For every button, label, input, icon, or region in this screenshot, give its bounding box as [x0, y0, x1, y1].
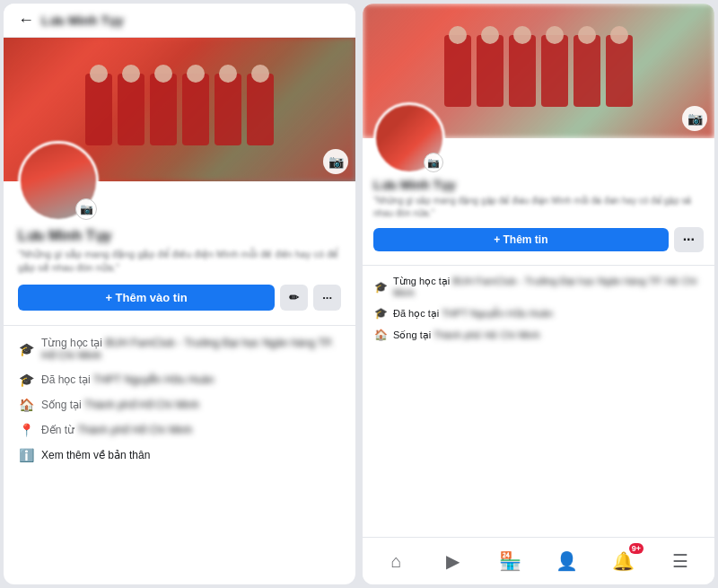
- school-icon-r2: 🎓: [373, 307, 388, 320]
- figure-4: [182, 74, 209, 145]
- info-item-from: 📍 Đến từ Thành phố Hồ Chí Minh: [18, 417, 341, 443]
- cover-camera-button-left[interactable]: 📷: [323, 149, 348, 174]
- nav-home[interactable]: ⌂: [381, 545, 413, 577]
- nav-bell[interactable]: 🔔 9+: [608, 545, 640, 577]
- profile-name-left: Lưu Minh Tụy: [18, 227, 341, 244]
- info-icon: ℹ️: [18, 448, 34, 462]
- home-icon: 🏠: [18, 398, 34, 412]
- nav-menu[interactable]: ☰: [664, 545, 696, 577]
- info-item-r-school1: 🎓 Từng học tại BUH FamClub - Trường Đại …: [373, 271, 704, 303]
- info-text-r-lives: Sống tại Thành phố Hồ Chí Minh: [393, 329, 540, 341]
- profile-nav-icon: 👤: [556, 550, 578, 572]
- figure-3: [150, 74, 177, 145]
- action-buttons-left: + Thêm vào tin ✏ ···: [4, 285, 355, 320]
- nav-profile[interactable]: 👤: [551, 545, 583, 577]
- divider-left: [4, 325, 355, 326]
- bell-nav-icon: 🔔: [612, 550, 635, 572]
- avatar-area-left: 📷: [18, 141, 99, 222]
- info-item-school1: 🎓 Từng học tại BUH FamClub - Trường Đại …: [18, 331, 341, 367]
- figure-5: [215, 74, 241, 145]
- profile-name-right: Lưu Minh Tụy: [373, 178, 704, 192]
- avatar-camera-button-right[interactable]: 📷: [424, 153, 443, 172]
- info-text-r-school2: Đã học tại THPT Nguyễn Hữu Huân: [393, 308, 553, 320]
- figure-r3: [509, 35, 536, 107]
- avatar-camera-button-left[interactable]: 📷: [75, 198, 97, 220]
- figure-2: [118, 74, 144, 145]
- nav-video[interactable]: ▶: [437, 545, 469, 577]
- home-nav-icon: ⌂: [391, 551, 402, 572]
- school-icon-r1: 🎓: [373, 281, 388, 294]
- info-text-school1: Từng học tại BUH FamClub - Trường Đại họ…: [41, 337, 341, 362]
- info-text-r-school1: Từng học tại BUH FamClub - Trường Đại họ…: [393, 276, 704, 298]
- left-phone: ← Lưu Minh Tụy 📷 📷 Lưu Minh: [4, 4, 355, 584]
- bottom-nav: ⌂ ▶ 🏪 👤 🔔 9+ ☰: [363, 537, 714, 584]
- profile-bio-left: "Những gì sắp mang đặng gặp để điều điện…: [18, 248, 341, 276]
- figure-r2: [477, 35, 503, 107]
- figure-r6: [606, 35, 633, 107]
- school-icon-2: 🎓: [18, 373, 34, 387]
- edit-button-left[interactable]: ✏: [280, 285, 308, 311]
- avatar-area-right: 📷: [373, 102, 445, 174]
- notification-badge: 9+: [629, 543, 644, 554]
- info-item-school2: 🎓 Đã học tại THPT Nguyễn Hữu Huân: [18, 367, 341, 392]
- nav-header-left: ← Lưu Minh Tụy: [4, 4, 355, 38]
- figure-r5: [574, 35, 600, 107]
- add-story-button-right[interactable]: + Thêm tin: [373, 228, 669, 251]
- divider-right: [363, 265, 714, 266]
- info-item-r-lives: 🏠 Sống tại Thành phố Hồ Chí Minh: [373, 324, 704, 346]
- profile-info-right: Lưu Minh Tụy "Những gì sắp mang đặng gặp…: [363, 174, 714, 227]
- info-item-lives: 🏠 Sống tại Thành phố Hồ Chí Minh: [18, 392, 341, 417]
- more-button-right[interactable]: ···: [674, 227, 704, 252]
- add-story-button-left[interactable]: + Thêm vào tin: [18, 285, 275, 311]
- info-item-more[interactable]: ℹ️ Xem thêm về bản thân: [18, 443, 341, 468]
- menu-nav-icon: ☰: [672, 550, 688, 572]
- info-text-from: Đến từ Thành phố Hồ Chí Minh: [41, 424, 341, 436]
- nav-store[interactable]: 🏪: [494, 545, 526, 577]
- profile-info-left: Lưu Minh Tụy "Những gì sắp mang đặng gặp…: [4, 222, 355, 285]
- school-icon-1: 🎓: [18, 342, 34, 356]
- figure-1: [85, 74, 112, 145]
- info-text-school2: Đã học tại THPT Nguyễn Hữu Huân: [41, 373, 341, 386]
- figure-r4: [541, 35, 568, 107]
- more-button-left[interactable]: ···: [313, 285, 341, 311]
- cover-camera-button-right[interactable]: 📷: [682, 106, 707, 131]
- nav-title-left: Lưu Minh Tụy: [41, 13, 124, 28]
- video-nav-icon: ▶: [446, 550, 460, 572]
- figure-6: [247, 74, 274, 145]
- info-text-lives: Sống tại Thành phố Hồ Chí Minh: [41, 399, 341, 411]
- profile-bio-right: "Những gì sắp mang đặng gặp để điều điện…: [373, 195, 704, 220]
- figure-r1: [444, 35, 471, 107]
- info-list-right: 🎓 Từng học tại BUH FamClub - Trường Đại …: [363, 271, 714, 346]
- info-list-left: 🎓 Từng học tại BUH FamClub - Trường Đại …: [4, 331, 355, 468]
- location-icon: 📍: [18, 423, 34, 437]
- home-icon-r: 🏠: [373, 329, 388, 341]
- right-phone: 📷 📷 Lưu Minh Tụy "Những gì sắp mang đặng…: [363, 4, 714, 584]
- action-buttons-right: + Thêm tin ···: [363, 227, 714, 259]
- back-button[interactable]: ←: [18, 11, 34, 30]
- info-item-r-school2: 🎓 Đã học tại THPT Nguyễn Hữu Huân: [373, 303, 704, 324]
- info-text-more: Xem thêm về bản thân: [41, 449, 341, 461]
- store-nav-icon: 🏪: [499, 550, 521, 572]
